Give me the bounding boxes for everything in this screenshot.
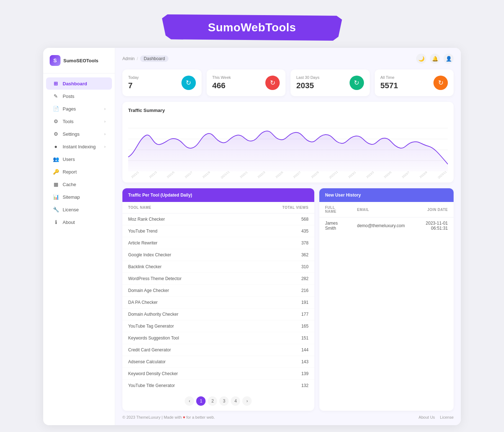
table-row: YouTube Title Generator 132 xyxy=(122,380,314,392)
sidebar-label-report: Report xyxy=(63,169,77,175)
stat-icon-1: ↻ xyxy=(265,76,280,90)
tool-views-cell: 435 xyxy=(244,225,314,237)
pagination-page-3[interactable]: 3 xyxy=(219,396,229,406)
stat-icon-2: ↻ xyxy=(350,76,364,90)
chart-section: Traffic Summary xyxy=(122,102,454,183)
sidebar-label-dashboard: Dashboard xyxy=(63,81,87,86)
tool-views-cell: 144 xyxy=(244,344,314,356)
col-join-date: JOIN DATE xyxy=(410,202,454,217)
chevron-icon: › xyxy=(104,107,105,111)
instant-indexing-icon: ● xyxy=(53,144,59,149)
pagination-page-4[interactable]: 4 xyxy=(231,396,240,406)
user-menu-button[interactable]: 👤 xyxy=(444,54,454,64)
col-email: EMAIL xyxy=(351,202,411,217)
pagination-page-2[interactable]: 2 xyxy=(208,396,217,406)
traffic-table-panel: Traffic Per Tool (Updated Daily) TOOL NA… xyxy=(122,188,314,411)
user-history-body: FULL NAME EMAIL JOIN DATE James Smith de… xyxy=(319,202,454,234)
notifications-button[interactable]: 🔔 xyxy=(430,54,440,64)
tool-name-cell: Keyword Density Checker xyxy=(122,368,244,380)
tool-name-cell: Adsense Calculator xyxy=(122,356,244,368)
tool-name-cell: YouTube Trend xyxy=(122,225,244,237)
tool-name-cell: YouTube Tag Generator xyxy=(122,320,244,332)
stat-info-1: This Week 466 xyxy=(212,75,231,90)
pagination-next[interactable]: › xyxy=(242,396,252,406)
posts-icon: ✎ xyxy=(53,93,59,99)
tool-views-cell: 177 xyxy=(244,309,314,320)
stat-card-2: Last 30 Days 2035 ↻ xyxy=(291,69,370,96)
banner: SumoWebTools xyxy=(43,14,461,41)
logo-text: SumoSEOTools xyxy=(63,58,98,63)
sidebar-item-license[interactable]: 🔧 License xyxy=(46,203,112,216)
footer-link-about-us[interactable]: About Us xyxy=(419,415,435,419)
tool-name-cell: Google Index Checker xyxy=(122,249,244,261)
tool-views-cell: 191 xyxy=(244,297,314,309)
tool-name-cell: YouTube Title Generator xyxy=(122,380,244,392)
table-row: Keywords Suggestion Tool 151 xyxy=(122,332,314,344)
traffic-table-body: TOOL NAME TOTAL VIEWS Moz Rank Checker 5… xyxy=(122,202,314,411)
stat-value-3: 5571 xyxy=(381,81,398,90)
stat-label-3: All Time xyxy=(381,75,398,80)
sidebar-item-settings[interactable]: ⚙ Settings › xyxy=(46,128,112,140)
stat-label-2: Last 30 Days xyxy=(296,75,319,80)
pages-icon: 📄 xyxy=(53,106,59,112)
sidebar-item-dashboard[interactable]: ⊞ Dashboard xyxy=(46,77,112,90)
chevron-icon: › xyxy=(104,132,105,136)
sidebar-item-sitemap[interactable]: 📊 Sitemap xyxy=(46,191,112,203)
stat-icon-0: ↻ xyxy=(181,76,196,90)
tool-views-cell: 310 xyxy=(244,261,314,273)
col-total-views: TOTAL VIEWS xyxy=(244,202,314,213)
stat-value-1: 466 xyxy=(212,81,231,90)
traffic-data-table: TOOL NAME TOTAL VIEWS Moz Rank Checker 5… xyxy=(122,202,314,391)
chevron-icon: › xyxy=(104,145,105,149)
tool-views-cell: 139 xyxy=(244,368,314,380)
tool-views-cell: 362 xyxy=(244,249,314,261)
sidebar-item-posts[interactable]: ✎ Posts xyxy=(46,90,112,102)
table-row: Domain Age Checker 216 xyxy=(122,285,314,297)
pagination-page-1[interactable]: 1 xyxy=(196,396,206,406)
sidebar-label-posts: Posts xyxy=(63,94,75,99)
stat-card-0: Today 7 ↻ xyxy=(122,69,202,96)
pagination-prev[interactable]: ‹ xyxy=(185,396,194,406)
license-icon: 🔧 xyxy=(53,207,59,212)
user-icon: 👤 xyxy=(446,56,452,62)
traffic-table-header: Traffic Per Tool (Updated Daily) xyxy=(122,188,314,202)
bottom-panels: Traffic Per Tool (Updated Daily) TOOL NA… xyxy=(122,188,454,411)
stat-icon-3: ↻ xyxy=(433,76,448,90)
stat-card-3: All Time 5571 ↻ xyxy=(375,69,454,96)
sidebar-item-tools[interactable]: ⚙ Tools › xyxy=(46,115,112,127)
tool-views-cell: 165 xyxy=(244,320,314,332)
table-row: Article Rewriter 378 xyxy=(122,237,314,249)
stat-info-2: Last 30 Days 2035 xyxy=(296,75,319,90)
table-row: Keyword Density Checker 139 xyxy=(122,368,314,380)
footer-link-license[interactable]: License xyxy=(440,415,454,419)
users-icon: 👥 xyxy=(53,156,59,162)
stat-cards: Today 7 ↻ This Week 466 ↻ Last 30 Days 2… xyxy=(122,69,454,96)
sidebar-item-instant-indexing[interactable]: ● Instant Indexing › xyxy=(46,140,112,153)
col-tool-name: TOOL NAME xyxy=(122,202,244,213)
dark-mode-button[interactable]: 🌙 xyxy=(416,54,426,64)
sidebar-item-report[interactable]: 🔑 Report xyxy=(46,166,112,178)
tool-name-cell: Moz Rank Checker xyxy=(122,213,244,225)
sidebar-label-settings: Settings xyxy=(63,131,80,137)
sidebar-item-about[interactable]: ℹ About xyxy=(46,216,112,228)
chevron-icon: › xyxy=(104,120,105,123)
table-row: YouTube Trend 435 xyxy=(122,225,314,237)
stat-value-2: 2035 xyxy=(296,81,319,90)
sidebar-item-cache[interactable]: ▦ Cache xyxy=(46,178,112,190)
topbar-icons: 🌙 🔔 👤 xyxy=(416,54,454,64)
sidebar-label-pages: Pages xyxy=(63,106,76,112)
table-row: Adsense Calculator 143 xyxy=(122,356,314,368)
main-content: Admin / Dashboard 🌙 🔔 👤 xyxy=(115,48,461,425)
heart-icon: ♥ xyxy=(183,415,186,419)
settings-icon: ⚙ xyxy=(53,131,59,137)
tool-views-cell: 216 xyxy=(244,285,314,297)
user-joindate-cell: 2023-11-01 06:51:31 xyxy=(410,217,454,234)
sidebar-item-users[interactable]: 👥 Users xyxy=(46,153,112,165)
tool-views-cell: 143 xyxy=(244,356,314,368)
sitemap-icon: 📊 xyxy=(53,194,59,200)
logo-icon: S xyxy=(50,55,60,66)
breadcrumb-current: Dashboard xyxy=(140,55,168,62)
sidebar-item-pages[interactable]: 📄 Pages › xyxy=(46,103,112,115)
tool-name-cell: DA PA Checker xyxy=(122,297,244,309)
moon-icon: 🌙 xyxy=(418,56,424,62)
